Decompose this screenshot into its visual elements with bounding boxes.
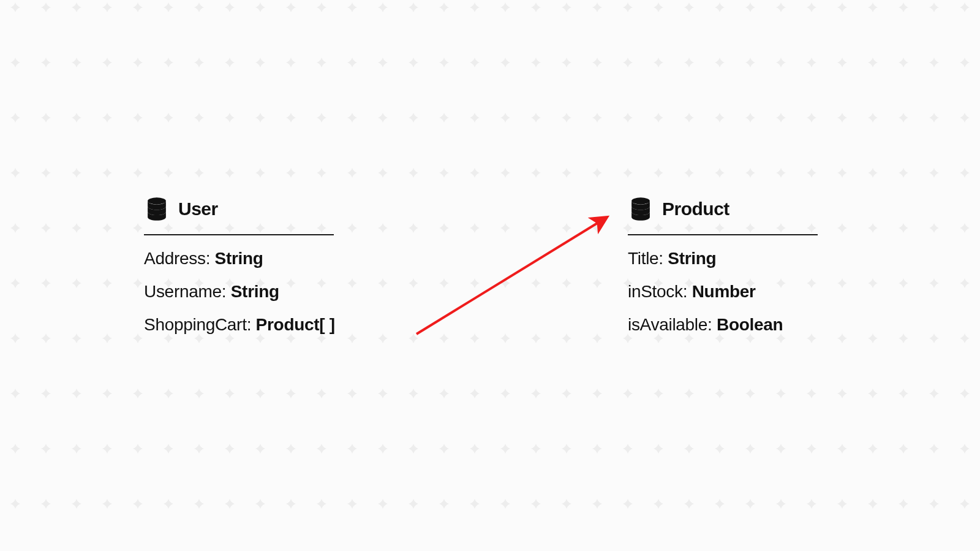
entity-product-fields: Title: String inStock: Number isAvailabl… bbox=[628, 249, 818, 335]
entity-user-title: User bbox=[178, 199, 218, 219]
field-product-isavailable: isAvailable: Boolean bbox=[628, 315, 818, 335]
field-user-username: Username: String bbox=[144, 282, 334, 302]
field-user-address: Address: String bbox=[144, 249, 334, 268]
field-product-instock: inStock: Number bbox=[628, 282, 818, 302]
diagram-canvas: User Address: String Username: String Sh… bbox=[0, 0, 980, 551]
database-icon bbox=[144, 196, 170, 222]
entity-product: Product Title: String inStock: Number is… bbox=[628, 196, 818, 335]
entity-product-header: Product bbox=[628, 196, 818, 235]
entity-user-header: User bbox=[144, 196, 334, 235]
svg-point-2 bbox=[148, 197, 166, 204]
svg-point-3 bbox=[631, 197, 650, 204]
database-icon bbox=[628, 196, 654, 222]
entity-user-fields: Address: String Username: String Shoppin… bbox=[144, 249, 334, 335]
field-product-title: Title: String bbox=[628, 249, 818, 268]
entity-product-title: Product bbox=[662, 199, 729, 219]
field-user-shoppingcart: ShoppingCart: Product[ ] bbox=[144, 315, 334, 335]
entity-user: User Address: String Username: String Sh… bbox=[144, 196, 334, 335]
